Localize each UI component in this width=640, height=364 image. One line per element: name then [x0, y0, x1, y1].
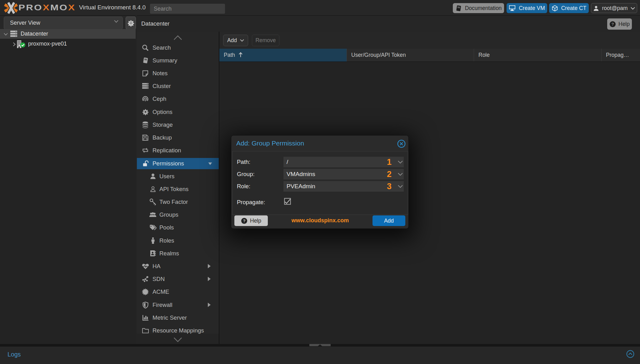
svg-text:?: ? [611, 22, 614, 27]
